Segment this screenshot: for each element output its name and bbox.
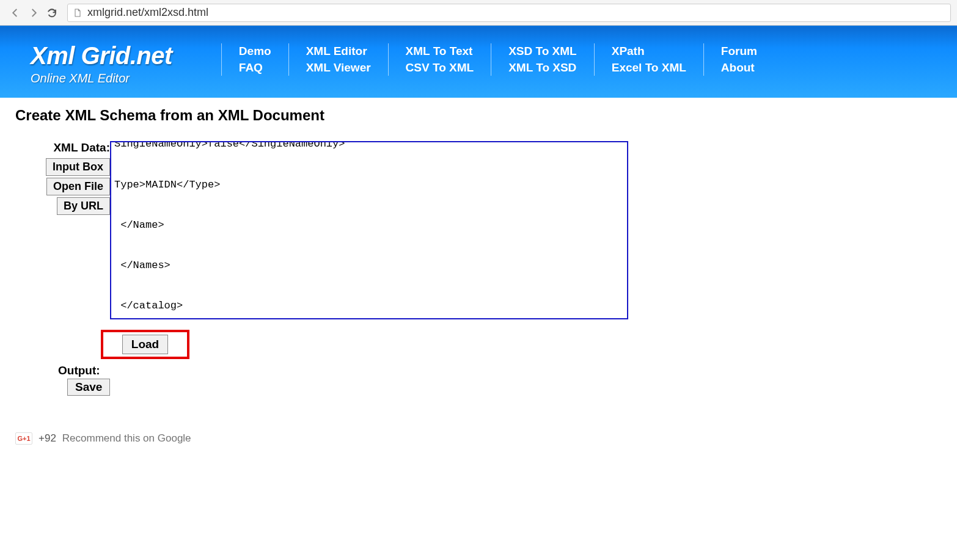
- forward-button[interactable]: [24, 4, 43, 22]
- form-area: XML Data: Input Box Open File By URL: [15, 141, 639, 322]
- main-content: Create XML Schema from an XML Document X…: [0, 98, 957, 457]
- load-button[interactable]: Load: [122, 335, 168, 354]
- address-bar[interactable]: xmlgrid.net/xml2xsd.html: [67, 4, 951, 22]
- nav-xml-to-xsd[interactable]: XML To XSD: [508, 60, 577, 76]
- nav-demo[interactable]: Demo: [239, 43, 271, 60]
- brand-tagline: Online XML Editor: [31, 71, 172, 85]
- save-button[interactable]: Save: [67, 379, 110, 396]
- nav-about[interactable]: About: [721, 60, 757, 76]
- output-label: Output:: [58, 364, 942, 377]
- nav-xml-editor[interactable]: XML Editor: [306, 43, 371, 60]
- nav-csv-to-xml[interactable]: CSV To XML: [406, 60, 474, 76]
- nav-excel-to-xml[interactable]: Excel To XML: [612, 60, 686, 76]
- brand-title-main: Xml: [31, 42, 75, 69]
- brand-title-mid: Grid: [81, 42, 130, 69]
- page-title: Create XML Schema from an XML Document: [15, 107, 942, 124]
- by-url-button[interactable]: By URL: [57, 197, 110, 215]
- reload-button[interactable]: [43, 4, 61, 22]
- back-button[interactable]: [6, 4, 24, 22]
- textarea-wrap: [110, 141, 628, 322]
- brand-title-suffix: .net: [130, 42, 172, 69]
- left-column: XML Data: Input Box Open File By URL: [15, 141, 110, 215]
- xml-input[interactable]: [110, 141, 628, 319]
- input-box-button[interactable]: Input Box: [46, 158, 110, 176]
- page-icon: [73, 8, 82, 18]
- open-file-button[interactable]: Open File: [46, 178, 110, 195]
- gplus-count: +92: [38, 432, 56, 445]
- brand-title: Xml Grid.net: [31, 42, 172, 70]
- nav-faq[interactable]: FAQ: [239, 60, 271, 76]
- nav-xsd-to-xml[interactable]: XSD To XML: [508, 43, 577, 60]
- browser-toolbar: xmlgrid.net/xml2xsd.html: [0, 0, 957, 26]
- social-bar: G+1 +92 Recommend this on Google: [15, 429, 942, 448]
- url-text: xmlgrid.net/xml2xsd.html: [87, 6, 208, 19]
- top-nav: Demo FAQ XML Editor XML Viewer XML To Te…: [221, 43, 774, 76]
- output-row: Output: Save: [58, 364, 942, 396]
- site-header: Xml Grid.net Online XML Editor Demo FAQ …: [0, 26, 957, 98]
- nav-xml-to-text[interactable]: XML To Text: [406, 43, 474, 60]
- recommend-text: Recommend this on Google: [62, 432, 191, 445]
- nav-xpath[interactable]: XPath: [612, 43, 686, 60]
- nav-xml-viewer[interactable]: XML Viewer: [306, 60, 371, 76]
- nav-forum[interactable]: Forum: [721, 43, 757, 60]
- google-plus-icon[interactable]: G+1: [15, 432, 32, 445]
- xml-data-label: XML Data:: [53, 141, 110, 155]
- load-highlight: Load: [101, 330, 189, 359]
- brand: Xml Grid.net Online XML Editor: [31, 42, 172, 85]
